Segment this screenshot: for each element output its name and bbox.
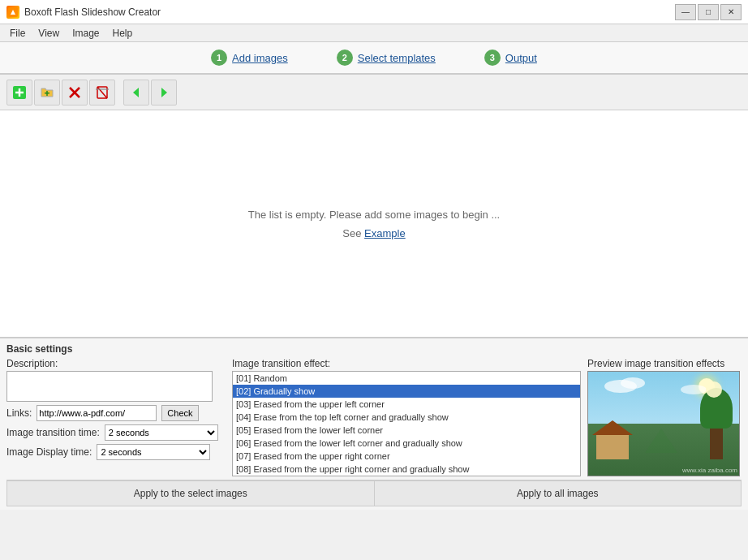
links-input[interactable] xyxy=(37,405,157,421)
delete-button[interactable] xyxy=(62,80,88,106)
see-label: See xyxy=(342,227,361,239)
example-link[interactable]: Example xyxy=(364,227,406,239)
svg-marker-12 xyxy=(133,88,139,97)
app-icon xyxy=(6,6,19,19)
basic-settings-title: Basic settings xyxy=(6,343,742,355)
step-2-circle: 2 xyxy=(337,50,353,66)
step-1[interactable]: 1 Add images xyxy=(211,50,288,66)
menu-view[interactable]: View xyxy=(32,26,66,41)
middle-panel: Image transition effect: [01] Random [02… xyxy=(232,358,581,476)
arrow-left-button[interactable] xyxy=(123,80,149,106)
svg-rect-6 xyxy=(46,91,48,96)
preview-decoration xyxy=(588,372,739,476)
step-3-label[interactable]: Output xyxy=(505,52,537,64)
maximize-button[interactable]: □ xyxy=(698,4,719,20)
effect-list[interactable]: [01] Random [02] Gradually show [03] Era… xyxy=(232,371,581,476)
description-input[interactable] xyxy=(6,371,213,402)
left-panel: Description: Links: Check Image transiti… xyxy=(6,358,226,476)
step-2-label[interactable]: Select templates xyxy=(358,52,436,64)
effect-item-2[interactable]: [03] Erased from the upper left corner xyxy=(233,398,580,411)
effect-item-4[interactable]: [05] Erased from the lower left corner xyxy=(233,424,580,437)
description-wrapper xyxy=(6,371,226,402)
transition-time-row: Image transition time: 1 seconds 2 secon… xyxy=(6,424,226,441)
bottom-grid: Description: Links: Check Image transiti… xyxy=(6,358,742,476)
display-time-select[interactable]: 1 seconds 2 seconds 3 seconds 4 seconds … xyxy=(97,444,210,460)
effect-item-7[interactable]: [08] Erased from the upper right corner … xyxy=(233,463,580,476)
display-time-row: Image Display time: 1 seconds 2 seconds … xyxy=(6,444,226,460)
step-3[interactable]: 3 Output xyxy=(484,50,537,66)
effect-item-3[interactable]: [04] Erase from the top left corner and … xyxy=(233,411,580,424)
transition-time-label: Image transition time: xyxy=(6,427,100,438)
empty-text: The list is empty. Please add some image… xyxy=(248,209,500,221)
display-time-label: Image Display time: xyxy=(6,446,92,458)
effect-item-8[interactable]: [09] Erased from the lower right corner xyxy=(233,476,580,476)
step-2[interactable]: 2 Select templates xyxy=(337,50,436,66)
title-bar-controls: — □ ✕ xyxy=(675,4,742,20)
effect-item-0[interactable]: [01] Random xyxy=(233,372,580,385)
links-label: Links: xyxy=(6,407,32,419)
step-bar: 1 Add images 2 Select templates 3 Output xyxy=(0,42,748,75)
see-example-row: See Example xyxy=(342,227,405,239)
title-bar: Boxoft Flash Slideshow Creator — □ ✕ xyxy=(0,0,748,24)
arrow-right-button[interactable] xyxy=(151,80,177,106)
effect-label: Image transition effect: xyxy=(232,358,581,369)
close-button[interactable]: ✕ xyxy=(720,4,742,20)
svg-point-16 xyxy=(681,385,707,394)
image-list-area: The list is empty. Please add some image… xyxy=(0,110,748,338)
minimize-button[interactable]: — xyxy=(675,4,696,20)
app-title: Boxoft Flash Slideshow Creator xyxy=(24,6,161,18)
links-row: Links: Check xyxy=(6,405,226,421)
preview-image: www.xia zaiba.com xyxy=(587,371,740,476)
menu-help[interactable]: Help xyxy=(106,26,140,41)
apply-all-button[interactable]: Apply to all images xyxy=(375,480,742,506)
menu-image[interactable]: Image xyxy=(66,26,105,41)
description-label: Description: xyxy=(6,358,226,369)
toolbar xyxy=(0,75,748,110)
svg-point-17 xyxy=(706,381,722,398)
effect-item-5[interactable]: [06] Erased from the lower left corner a… xyxy=(233,437,580,450)
preview-watermark: www.xia zaiba.com xyxy=(682,467,737,474)
add-folder-button[interactable] xyxy=(34,80,60,106)
bottom-section: Basic settings Description: Links: Check… xyxy=(0,338,748,510)
apply-selected-button[interactable]: Apply to the select images xyxy=(6,480,375,506)
svg-line-10 xyxy=(97,87,107,98)
preview-label: Preview image transition effects xyxy=(587,358,742,369)
transition-time-select[interactable]: 1 seconds 2 seconds 3 seconds 4 seconds … xyxy=(105,424,218,441)
step-3-circle: 3 xyxy=(484,50,501,66)
menu-bar: File View Image Help xyxy=(0,24,748,42)
svg-marker-18 xyxy=(645,429,677,453)
apply-row: Apply to the select images Apply to all … xyxy=(6,480,742,506)
svg-point-15 xyxy=(621,377,645,389)
step-1-circle: 1 xyxy=(211,50,227,66)
svg-marker-13 xyxy=(161,88,167,97)
title-bar-left: Boxoft Flash Slideshow Creator xyxy=(6,6,161,19)
step-1-label[interactable]: Add images xyxy=(232,52,288,64)
clear-button[interactable] xyxy=(89,80,115,106)
check-button[interactable]: Check xyxy=(161,405,198,421)
effect-item-6[interactable]: [07] Erased from the upper right corner xyxy=(233,450,580,463)
menu-file[interactable]: File xyxy=(3,26,32,41)
preview-panel: Preview image transition effects xyxy=(587,358,742,476)
add-image-button[interactable] xyxy=(6,80,32,106)
effect-item-1[interactable]: [02] Gradually show xyxy=(233,385,580,398)
